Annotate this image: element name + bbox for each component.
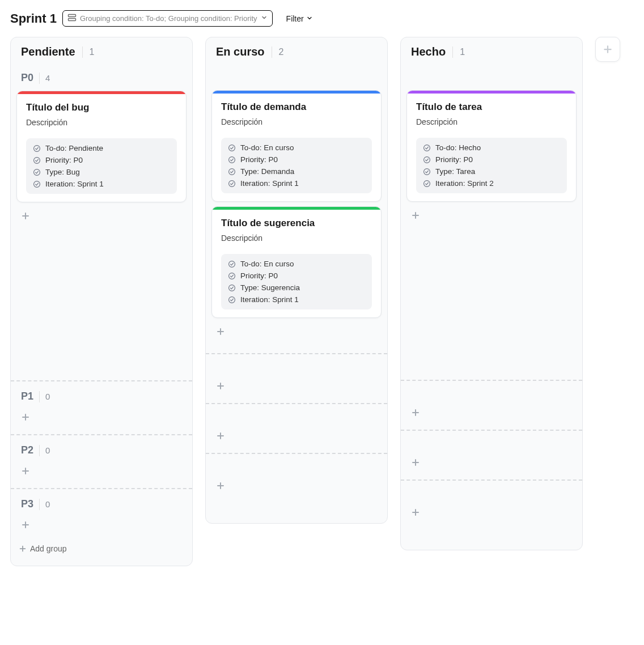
prop-text: Priority: P0 xyxy=(435,155,473,164)
group-divider xyxy=(11,380,192,381)
check-circle-icon xyxy=(33,145,41,152)
plus-icon xyxy=(19,545,27,553)
spacer xyxy=(401,526,582,543)
card[interactable]: Título de demanda Descripción To-do: En … xyxy=(211,90,382,202)
card-prop: Iteration: Sprint 1 xyxy=(228,295,365,304)
plus-icon xyxy=(21,211,30,220)
grouping-condition-dropdown[interactable]: Grouping condition: To-do; Grouping cond… xyxy=(62,10,273,27)
prop-text: Priority: P0 xyxy=(240,155,278,164)
plus-icon xyxy=(21,520,30,529)
spacer xyxy=(404,486,579,503)
column-header: En curso 2 xyxy=(206,37,387,63)
check-circle-icon xyxy=(228,180,236,188)
prop-text: To-do: Pendiente xyxy=(45,144,103,152)
card[interactable]: Título de sugerencia Descripción To-do: … xyxy=(211,206,382,318)
group-label: P0 xyxy=(21,72,33,84)
card-properties: To-do: Pendiente Priority: P0 Type: Bug … xyxy=(26,138,177,194)
check-circle-icon xyxy=(228,284,236,292)
card-prop: Type: Bug xyxy=(33,168,170,176)
top-bar: Sprint 1 Grouping condition: To-do; Grou… xyxy=(10,10,634,27)
group-p1: P1 0 xyxy=(11,387,192,431)
group-p0: Título de tarea Descripción To-do: Hecho… xyxy=(401,63,582,229)
group-p0: Título de demanda Descripción To-do: En … xyxy=(206,63,387,345)
add-card-button[interactable] xyxy=(209,377,384,397)
group-label: P1 xyxy=(21,391,33,402)
card-description: Descripción xyxy=(221,234,372,243)
card-prop: Priority: P0 xyxy=(228,155,365,164)
check-circle-icon xyxy=(423,180,431,188)
spacer xyxy=(11,230,192,377)
card-prop: Iteration: Sprint 1 xyxy=(228,179,365,188)
card-prop: Type: Sugerencia xyxy=(228,283,365,292)
add-card-button[interactable] xyxy=(14,207,189,227)
card-title: Título del bug xyxy=(26,102,177,113)
divider xyxy=(39,73,40,84)
group-label: P2 xyxy=(21,444,33,456)
group-label: P3 xyxy=(21,498,33,510)
card-properties: To-do: En curso Priority: P0 Type: Deman… xyxy=(221,138,372,193)
card[interactable]: Título del bug Descripción To-do: Pendie… xyxy=(16,91,187,202)
plus-icon xyxy=(216,327,225,336)
plus-icon xyxy=(216,431,225,440)
card-prop: Type: Demanda xyxy=(228,167,365,176)
card-description: Descripción xyxy=(416,117,567,126)
column-header: Pendiente 1 xyxy=(11,37,192,63)
card-title: Título de tarea xyxy=(416,101,567,113)
column-count: 2 xyxy=(279,47,284,57)
add-card-button[interactable] xyxy=(404,404,579,424)
card-prop: To-do: En curso xyxy=(228,143,365,152)
spacer xyxy=(401,229,582,376)
add-group-button[interactable]: Add group xyxy=(11,538,192,559)
group-divider xyxy=(206,403,387,404)
prop-text: Priority: P0 xyxy=(45,156,83,164)
group-p2 xyxy=(401,436,582,476)
group-p0: P0 4 Título del bug Descripción To-do: P… xyxy=(11,63,192,230)
column-title: Pendiente xyxy=(21,45,75,58)
add-card-button[interactable] xyxy=(14,408,189,428)
check-circle-icon xyxy=(228,144,236,152)
add-card-button[interactable] xyxy=(404,503,579,524)
divider xyxy=(39,499,40,510)
add-card-button[interactable] xyxy=(209,322,384,343)
spacer xyxy=(404,387,579,404)
plus-icon xyxy=(216,381,225,391)
check-circle-icon xyxy=(423,156,431,164)
group-p3: P3 0 xyxy=(11,495,192,538)
group-p1 xyxy=(206,360,387,400)
plus-icon xyxy=(21,413,30,422)
group-divider xyxy=(11,434,192,435)
card-properties: To-do: Hecho Priority: P0 Type: Tarea It… xyxy=(416,138,567,193)
prop-text: Type: Sugerencia xyxy=(240,283,300,292)
divider xyxy=(272,46,272,58)
filter-dropdown[interactable]: Filter xyxy=(286,14,313,23)
column-header: Hecho 1 xyxy=(401,37,582,63)
add-card-button[interactable] xyxy=(14,462,189,482)
column-title: En curso xyxy=(216,45,265,58)
divider xyxy=(452,46,453,58)
plus-icon xyxy=(603,44,613,54)
add-card-button[interactable] xyxy=(209,427,384,447)
card[interactable]: Título de tarea Descripción To-do: Hecho… xyxy=(406,90,577,202)
prop-text: To-do: Hecho xyxy=(435,143,481,152)
group-divider xyxy=(401,380,582,381)
group-icon xyxy=(67,13,77,24)
add-card-button[interactable] xyxy=(14,516,189,536)
group-divider xyxy=(401,479,582,481)
add-card-button[interactable] xyxy=(404,453,579,474)
group-p3 xyxy=(206,460,387,499)
add-card-button[interactable] xyxy=(404,206,579,227)
card-title: Título de sugerencia xyxy=(221,218,372,229)
prop-text: Type: Demanda xyxy=(240,167,294,176)
prop-text: Priority: P0 xyxy=(240,271,278,280)
column-pendiente: Pendiente 1 P0 4 Título del bug Descripc… xyxy=(10,37,193,566)
column-count: 1 xyxy=(90,47,95,57)
card-prop: To-do: En curso xyxy=(228,260,365,268)
add-column-button[interactable] xyxy=(595,37,620,62)
group-p2 xyxy=(206,410,387,449)
divider xyxy=(39,445,40,456)
add-card-button[interactable] xyxy=(209,477,384,497)
prop-text: To-do: En curso xyxy=(240,260,294,268)
group-header: P2 0 xyxy=(14,441,189,462)
plus-icon xyxy=(411,458,420,467)
card-prop: Iteration: Sprint 1 xyxy=(33,180,170,188)
